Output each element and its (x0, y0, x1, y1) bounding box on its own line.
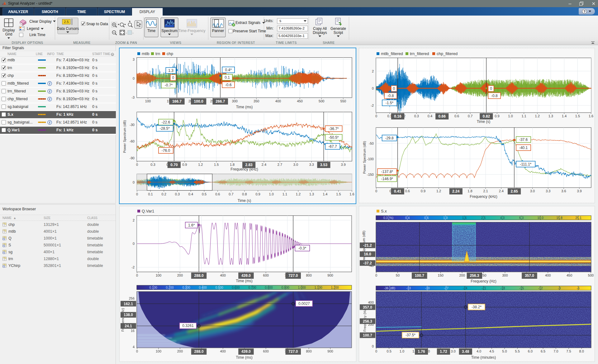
svg-text:1.2: 1.2 (198, 163, 203, 166)
svg-text:439.0: 439.0 (241, 349, 251, 354)
svg-text:0.4: 0.4 (428, 114, 432, 118)
svg-text:400: 400 (275, 99, 281, 103)
svg-text:-21.2: -21.2 (363, 243, 372, 248)
svg-text:400: 400 (545, 273, 551, 277)
svg-text:1.5: 1.5 (336, 192, 341, 196)
svg-text:0.600: 0.600 (232, 286, 240, 289)
svg-text:Time (ms): Time (ms) (236, 279, 253, 283)
svg-text:600: 600 (263, 349, 269, 353)
svg-text:3.0: 3.0 (451, 349, 456, 353)
svg-text:mtlb: mtlb (142, 51, 150, 56)
svg-text:2.7: 2.7 (278, 163, 282, 166)
svg-text:-0.3*: -0.3* (298, 246, 306, 250)
svg-text:100.0: 100.0 (194, 99, 203, 104)
svg-text:100: 100 (156, 273, 161, 277)
svg-text:-24: -24 (463, 287, 467, 290)
svg-text:Time: Time (147, 29, 156, 33)
svg-text:2.83: 2.83 (245, 163, 253, 167)
svg-text:4.5: 4.5 (489, 349, 494, 353)
svg-text:Time-Frequency: Time-Frequency (178, 29, 206, 33)
svg-text:1.72: 1.72 (440, 349, 447, 354)
svg-text:1.8: 1.8 (230, 163, 235, 166)
svg-text:-33: -33 (406, 287, 411, 290)
svg-text:0.500: 0.500 (215, 286, 223, 289)
svg-text:4.0: 4.0 (477, 349, 481, 353)
svg-text:-76.0: -76.0 (162, 148, 170, 153)
svg-text:25.1: 25.1 (575, 216, 581, 220)
svg-text:1.0: 1.0 (443, 216, 448, 220)
svg-text:Generate: Generate (330, 26, 346, 31)
svg-text:800: 800 (306, 273, 311, 277)
svg-text:Frequency (Hz): Frequency (Hz) (471, 279, 496, 283)
svg-text:-28.5*: -28.5* (160, 126, 170, 131)
svg-text:Time (minutes): Time (minutes) (471, 355, 496, 360)
svg-text:-150: -150 (367, 173, 374, 176)
svg-text:100: 100 (145, 99, 151, 103)
svg-text:288.0: 288.0 (194, 273, 204, 278)
svg-text:-50: -50 (369, 142, 374, 145)
svg-text:0.200: 0.200 (166, 286, 173, 289)
svg-text:Copy All: Copy All (313, 26, 327, 31)
svg-text:400: 400 (220, 273, 226, 277)
svg-text:357.0: 357.0 (525, 273, 534, 278)
svg-text:-36.7*: -36.7* (329, 127, 339, 131)
svg-text:2.4: 2.4 (499, 189, 504, 193)
svg-text:Script: Script (334, 30, 343, 35)
svg-text:Power Spectrum (dB): Power Spectrum (dB) (123, 120, 126, 153)
svg-text:1.5: 1.5 (575, 114, 580, 118)
svg-text:0.41: 0.41 (394, 189, 401, 194)
svg-text:5.0: 5.0 (502, 349, 507, 353)
svg-text:0.4: 0.4 (405, 216, 410, 220)
svg-text:-146.9*: -146.9* (381, 177, 393, 181)
svg-text:0: 0 (172, 76, 174, 80)
svg-text:0: 0 (133, 77, 135, 80)
svg-text:-40.1: -40.1 (519, 146, 528, 150)
svg-text:0.7: 0.7 (468, 114, 472, 118)
svg-text:50: 50 (396, 273, 400, 277)
svg-text:-36 (dB): -36 (dB) (384, 287, 395, 290)
svg-text:-30: -30 (425, 287, 430, 290)
svg-text:6.5: 6.5 (541, 349, 545, 353)
svg-text:1.6*: 1.6* (188, 223, 195, 227)
svg-text:1.6: 1.6 (462, 216, 467, 220)
svg-text:Snap to Data: Snap to Data (86, 22, 108, 26)
svg-text:-2: -2 (371, 104, 374, 107)
svg-text:0.16: 0.16 (394, 114, 401, 119)
svg-text:-67.7: -67.7 (328, 144, 337, 149)
svg-text:Preserve Start Time: Preserve Start Time (233, 29, 266, 33)
svg-text:400: 400 (368, 301, 374, 304)
svg-text:450: 450 (567, 273, 572, 277)
svg-text:288.0: 288.0 (194, 349, 204, 354)
svg-text:0: 0 (136, 192, 138, 196)
svg-text:0.66: 0.66 (439, 114, 446, 119)
svg-text:1.200: 1.200 (331, 286, 339, 289)
svg-text:-37.5*: -37.5* (406, 333, 415, 337)
svg-text:450: 450 (297, 99, 303, 103)
svg-text:Min:: Min: (266, 26, 273, 30)
svg-text:1.8: 1.8 (467, 189, 472, 193)
svg-text:2.65: 2.65 (510, 189, 518, 194)
svg-text:166.7: 166.7 (172, 99, 182, 104)
svg-text:-3: -3 (131, 96, 135, 99)
svg-text:3.48: 3.48 (462, 349, 469, 354)
svg-text:2: 2 (372, 69, 374, 73)
svg-text:7.5: 7.5 (566, 349, 571, 353)
svg-text:1.6: 1.6 (589, 114, 593, 118)
svg-text:Display: Display (2, 28, 15, 32)
svg-text:0.70: 0.70 (170, 163, 178, 167)
svg-text:Frequency (kHz): Frequency (kHz) (470, 194, 497, 199)
svg-text:2.4: 2.4 (262, 163, 266, 166)
svg-text:Time (s): Time (s) (238, 198, 251, 203)
svg-text:-9: -9 (558, 287, 561, 290)
svg-text:-27: -27 (444, 287, 448, 290)
svg-text:0.9: 0.9 (255, 192, 260, 196)
svg-text:16: 16 (131, 329, 135, 333)
svg-text:357.0: 357.0 (363, 305, 372, 310)
svg-text:0.900: 0.900 (281, 286, 289, 289)
svg-text:2: 2 (133, 218, 135, 222)
svg-text:10.0: 10.0 (537, 216, 543, 220)
svg-text:Spectrum: Spectrum (161, 29, 177, 33)
svg-text:0: 0 (393, 86, 395, 91)
svg-text:350: 350 (254, 99, 259, 103)
svg-text:-111.1*: -111.1* (520, 162, 531, 166)
